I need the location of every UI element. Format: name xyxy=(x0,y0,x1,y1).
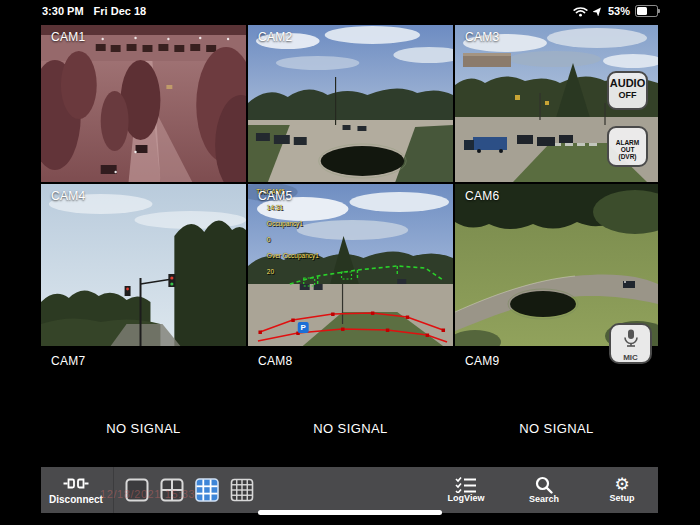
logview-list-icon xyxy=(455,476,477,493)
camera-tile-cam1[interactable]: CAM1 xyxy=(41,25,246,182)
layout-1x1-button[interactable] xyxy=(124,477,150,503)
bottom-toolbar: Disconnect xyxy=(41,467,658,513)
camera-label: CAM6 xyxy=(465,189,500,203)
battery-percent: 53% xyxy=(608,5,630,17)
microphone-icon xyxy=(621,328,641,348)
toolbar-divider xyxy=(113,467,114,513)
disconnect-plug-icon xyxy=(63,476,89,491)
home-indicator[interactable] xyxy=(258,510,442,515)
setup-label: Setup xyxy=(598,493,646,503)
alarm-button-target: (DVR) xyxy=(609,153,646,160)
battery-nub xyxy=(658,9,660,13)
camera-tile-cam4[interactable]: CAM4 xyxy=(41,184,246,346)
mic-button[interactable]: MIC xyxy=(609,323,652,364)
alarm-out-button[interactable]: ALARM OUT (DVR) xyxy=(607,126,648,167)
layout-3x3-button-active[interactable] xyxy=(194,477,220,503)
status-date: Fri Dec 18 xyxy=(94,5,147,17)
gear-icon: ⚙ xyxy=(598,476,646,493)
mic-button-label: MIC xyxy=(611,353,650,362)
location-icon xyxy=(593,6,603,16)
layout-2x2-button[interactable] xyxy=(159,477,185,503)
camera-label: CAM5 xyxy=(258,189,293,203)
alarm-button-label: ALARM OUT xyxy=(609,139,646,153)
audio-off-button[interactable]: AUDIO OFF xyxy=(607,71,648,110)
status-time-date: 3:30 PM Fri Dec 18 xyxy=(42,5,146,17)
camera-label: CAM7 xyxy=(51,354,86,368)
logview-button[interactable]: LogView xyxy=(442,476,490,504)
cam4-video-feed xyxy=(41,184,246,346)
search-icon xyxy=(535,476,553,494)
battery-icon xyxy=(635,5,658,17)
camera-tile-cam2[interactable]: CAM2 xyxy=(248,25,453,182)
camera-label: CAM8 xyxy=(258,354,293,368)
no-signal-text: NO SIGNAL xyxy=(455,421,658,436)
disconnect-label: Disconnect xyxy=(41,494,111,505)
status-indicators: 53% xyxy=(573,5,658,17)
logview-label: LogView xyxy=(442,493,490,503)
wifi-icon xyxy=(573,6,588,17)
layout-buttons xyxy=(124,477,255,503)
camera-label: CAM4 xyxy=(51,189,86,203)
setup-button[interactable]: ⚙ Setup xyxy=(598,476,646,504)
search-button[interactable]: Search xyxy=(520,476,568,504)
camera-label: CAM1 xyxy=(51,30,86,44)
camera-label: CAM3 xyxy=(465,30,500,44)
no-signal-text: NO SIGNAL xyxy=(41,421,246,436)
search-label: Search xyxy=(520,494,568,504)
layout-4x4-button[interactable] xyxy=(229,477,255,503)
toolbar-right-group: LogView Search ⚙ Setup xyxy=(442,476,646,504)
dvr-viewer-screen: 3:30 PM Fri Dec 18 53% xyxy=(0,0,700,525)
camera-tile-cam6[interactable]: CAM6 xyxy=(455,184,658,346)
cam2-video-feed xyxy=(248,25,453,182)
status-time: 3:30 PM xyxy=(42,5,84,17)
audio-button-state: OFF xyxy=(609,90,646,100)
no-signal-text: NO SIGNAL xyxy=(248,421,453,436)
status-bar: 3:30 PM Fri Dec 18 53% xyxy=(0,0,700,24)
cam1-video-feed xyxy=(41,25,246,182)
parking-marker: P xyxy=(301,323,307,332)
camera-label: CAM9 xyxy=(465,354,500,368)
disconnect-button[interactable]: Disconnect xyxy=(41,476,111,505)
battery-fill xyxy=(637,7,647,15)
cam6-video-feed xyxy=(455,184,658,346)
camera-tile-cam5[interactable]: P TH:CAM5 14:31 Occupancy1 0 Over Occupa… xyxy=(248,184,453,346)
camera-label: CAM2 xyxy=(258,30,293,44)
audio-button-label: AUDIO xyxy=(609,77,646,89)
